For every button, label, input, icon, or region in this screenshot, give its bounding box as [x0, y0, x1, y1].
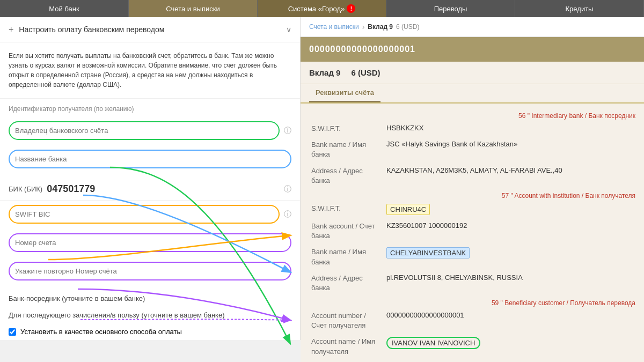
- deposit-row: Вклад 9 6 (USD): [301, 62, 644, 84]
- swift-row: ⓘ: [0, 201, 300, 228]
- bank-name-label-2: Bank name / Имя банка: [309, 244, 384, 270]
- account-name-row: Account name / Имя получателя IVANOV IVA…: [309, 334, 635, 359]
- owner-input[interactable]: [9, 121, 280, 140]
- bank-name-highlight: CHELYABINVESTBANK: [386, 247, 470, 258]
- account-input[interactable]: [9, 233, 291, 252]
- address-value-2: pl.REVOLUTSII 8, CHELYABINSK, RUSSIA: [384, 270, 635, 296]
- info-icon-swift[interactable]: ⓘ: [284, 210, 291, 219]
- owner-row: ⓘ: [0, 121, 300, 144]
- left-panel-wrapper: + Настроить оплату банковским переводом …: [0, 17, 301, 362]
- plus-icon: +: [9, 25, 13, 34]
- tab-account-details[interactable]: Реквизиты счёта: [309, 84, 380, 102]
- swift-value-1: HSBKKZKX: [384, 121, 635, 137]
- account-name-value: IVANOV IVAN IVANOVICH: [384, 334, 635, 359]
- main-layout: + Настроить оплату банковским переводом …: [0, 17, 644, 362]
- bank-name-row: [0, 150, 300, 173]
- account-row: [0, 233, 300, 256]
- checkbox-row: Установить в качестве основного способа …: [0, 323, 300, 340]
- annotation-beneficiary: 59 " Beneficiary customer / Получатель п…: [309, 296, 635, 308]
- deposit-value: 6 (USD): [351, 68, 380, 77]
- for-credit-label: Для последующего зачисления/в пользу (ут…: [0, 307, 300, 323]
- print-row[interactable]: 🖨 Распечатать: [309, 360, 635, 362]
- breadcrumb: Счета и выписки › Вклад 9 6 (USD): [301, 17, 644, 37]
- section-header-left: + Настроить оплату банковским переводом: [9, 25, 164, 34]
- breadcrumb-current: Вклад 9: [368, 23, 393, 31]
- breadcrumb-separator: ›: [362, 23, 365, 31]
- bic-row: БИК (БИК) 047501779 ⓘ: [0, 178, 300, 201]
- bank-name-input[interactable]: [9, 150, 291, 168]
- right-panel: Счета и выписки › Вклад 9 6 (USD) 000000…: [301, 17, 644, 362]
- nav-credits[interactable]: Кредиты: [515, 0, 644, 17]
- swift-input[interactable]: [9, 205, 280, 224]
- intermediary-label: Банк-посредник (уточните в вашем банке): [0, 290, 300, 307]
- bank-account-row: Bank account / Счет банка KZ35601007 100…: [309, 218, 635, 244]
- nav-my-bank[interactable]: Мой банк: [0, 0, 129, 17]
- swift-highlight: CHINRU4C: [386, 204, 430, 215]
- left-panel: + Настроить оплату банковским переводом …: [0, 17, 301, 340]
- bank-account-value: KZ35601007 1000000192: [384, 218, 635, 244]
- section-header: + Настроить оплату банковским переводом …: [0, 17, 300, 42]
- account-header: 00000000000000000001: [301, 37, 644, 62]
- account-number-label: Account number / Счет получателя: [309, 308, 384, 334]
- nav-accounts[interactable]: Счета и выписки: [129, 0, 258, 17]
- account-number-display: 00000000000000000001: [309, 45, 635, 54]
- swift-value-2: CHINRU4C: [384, 201, 635, 218]
- top-navigation: Мой банк Счета и выписки Система «Город»…: [0, 0, 644, 17]
- bank-account-label: Bank account / Счет банка: [309, 218, 384, 244]
- nav-transfers[interactable]: Переводы: [386, 0, 515, 17]
- bank-name-value-2: CHELYABINVESTBANK: [384, 244, 635, 270]
- info-text: Если вы хотите получать выплаты на банко…: [0, 42, 300, 99]
- annotation-intermediary: 56 " Intermediary bank / Банк посредник: [309, 109, 635, 121]
- bank-name-value-1: JSC «Halyk Savings Bank of Kazakhstan»: [384, 137, 635, 162]
- address-value-1: KAZAKHSTAN, A26M3K5, ALMATY, AL-FARABI A…: [384, 163, 635, 189]
- chevron-down-icon[interactable]: ∨: [286, 25, 291, 34]
- account-number-row: Account number / Счет получателя 0000000…: [309, 308, 635, 334]
- checkbox-label: Установить в качестве основного способа …: [20, 328, 182, 336]
- bank-name-row-2: Bank name / Имя банка CHELYABINVESTBANK: [309, 244, 635, 270]
- bic-value: 047501779: [47, 183, 284, 195]
- bank-name-label-1: Bank name / Имя банка: [309, 137, 384, 162]
- swift-row-2: S.W.I.F.T. CHINRU4C: [309, 201, 635, 218]
- info-icon-owner[interactable]: ⓘ: [284, 126, 291, 136]
- primary-payment-checkbox[interactable]: [9, 328, 16, 336]
- recipient-id-label: Идентификатор получателя (по желанию): [9, 105, 291, 113]
- account-repeat-row: [0, 262, 300, 285]
- beneficiary-table: Account number / Счет получателя 0000000…: [309, 308, 635, 360]
- nav-city-system[interactable]: Система «Город» !: [258, 0, 386, 17]
- bic-label: БИК (БИК): [9, 185, 42, 193]
- breadcrumb-link[interactable]: Счета и выписки: [309, 23, 359, 31]
- institution-table: S.W.I.F.T. CHINRU4C Bank account / Счет …: [309, 201, 635, 296]
- account-number-value: 00000000000000000001: [384, 308, 635, 334]
- address-row-1: Address / Адрес банка KAZAKHSTAN, A26M3K…: [309, 163, 635, 189]
- swift-row-1: S.W.I.F.T. HSBKKZKX: [309, 121, 635, 137]
- bank-name-row-1: Bank name / Имя банка JSC «Halyk Savings…: [309, 137, 635, 162]
- annotation-institution: 57 " Account with institution / Банк пол…: [309, 189, 635, 201]
- section-title: Настроить оплату банковским переводом: [19, 25, 164, 34]
- swift-label-1: S.W.I.F.T.: [309, 121, 384, 137]
- address-label-2: Address / Адрес банка: [309, 270, 384, 296]
- address-label-1: Address / Адрес банка: [309, 163, 384, 189]
- swift-label-2: S.W.I.F.T.: [309, 201, 384, 218]
- account-name-highlight: IVANOV IVAN IVANOVICH: [386, 337, 480, 349]
- breadcrumb-sub: 6 (USD): [396, 23, 419, 31]
- intermediary-table: S.W.I.F.T. HSBKKZKX Bank name / Имя банк…: [309, 121, 635, 189]
- details-section: 56 " Intermediary bank / Банк посредник …: [301, 104, 644, 362]
- recipient-id-group: Идентификатор получателя (по желанию): [0, 99, 300, 121]
- deposit-label: Вклад 9: [309, 68, 340, 77]
- alert-badge: !: [347, 4, 355, 13]
- address-row-2: Address / Адрес банка pl.REVOLUTSII 8, C…: [309, 270, 635, 296]
- info-icon-bic[interactable]: ⓘ: [284, 184, 291, 194]
- account-name-label: Account name / Имя получателя: [309, 334, 384, 359]
- tabs-row: Реквизиты счёта: [301, 84, 644, 104]
- account-repeat-input[interactable]: [9, 262, 291, 280]
